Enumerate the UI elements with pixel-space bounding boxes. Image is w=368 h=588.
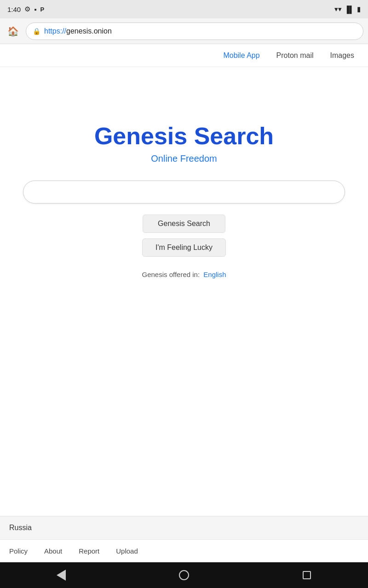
status-bar: 1:40 ⚙ ▪ P ▾▾ ▐▌ ▮ (0, 0, 368, 18)
back-button[interactable] (52, 566, 70, 584)
footer-upload-link[interactable]: Upload (116, 547, 138, 555)
site-title: Genesis Search (94, 122, 274, 150)
footer-report-link[interactable]: Report (79, 547, 99, 555)
genesis-search-button[interactable]: Genesis Search (143, 215, 225, 233)
recent-button[interactable] (298, 566, 316, 584)
settings-icon: ⚙ (24, 5, 30, 13)
url-domain: genesis.onion (66, 27, 112, 35)
home-nav-icon (179, 570, 189, 580)
status-left: 1:40 ⚙ ▪ P (7, 5, 44, 13)
nav-proton-mail[interactable]: Proton mail (276, 51, 314, 60)
nav-bar: Mobile App Proton mail Images (0, 44, 368, 67)
status-time: 1:40 (7, 6, 21, 13)
footer-about-link[interactable]: About (44, 547, 62, 555)
nav-images[interactable]: Images (330, 51, 354, 60)
lock-icon: 🔒 (33, 28, 40, 35)
recent-icon (303, 571, 311, 579)
offered-lang-link[interactable]: English (203, 271, 226, 278)
footer-policy-link[interactable]: Policy (9, 547, 28, 555)
button-row: Genesis Search I'm Feeling Lucky (142, 215, 226, 257)
url-protocol: https:// (44, 27, 66, 35)
address-bar-row: 🏠 🔒 https://genesis.onion (0, 18, 368, 44)
url-text: https://genesis.onion (44, 27, 112, 35)
site-subtitle: Online Freedom (151, 153, 217, 164)
parking-icon: P (40, 6, 45, 13)
sd-card-icon: ▪ (34, 6, 36, 13)
wifi-icon: ▾▾ (334, 5, 342, 13)
android-nav-bar (0, 562, 368, 588)
main-content: Genesis Search Online Freedom Genesis Se… (0, 67, 368, 516)
signal-icon: ▐▌ (345, 6, 354, 13)
offered-in-text: Genesis offered in: English (142, 271, 226, 278)
home-nav-button[interactable] (175, 566, 193, 584)
search-input[interactable] (23, 181, 345, 204)
status-right: ▾▾ ▐▌ ▮ (334, 5, 361, 13)
footer-links: Policy About Report Upload (0, 539, 368, 562)
back-icon (57, 570, 66, 581)
feeling-lucky-button[interactable]: I'm Feeling Lucky (142, 238, 226, 257)
footer-country: Russia (0, 516, 368, 539)
home-button[interactable]: 🏠 (5, 23, 21, 40)
offered-prefix: Genesis offered in: (142, 271, 200, 278)
address-bar[interactable]: 🔒 https://genesis.onion (26, 23, 363, 40)
battery-icon: ▮ (357, 5, 361, 13)
nav-mobile-app[interactable]: Mobile App (223, 51, 259, 60)
footer-region: Russia Policy About Report Upload (0, 516, 368, 562)
